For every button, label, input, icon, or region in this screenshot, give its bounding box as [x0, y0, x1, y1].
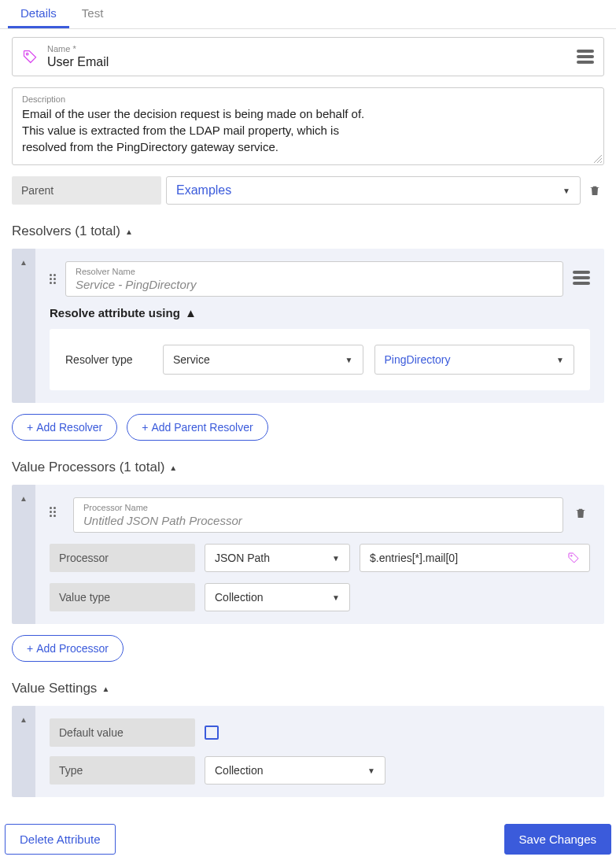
plus-icon: + [27, 642, 33, 655]
collapse-up-icon: ▲ [185, 306, 197, 319]
svg-point-1 [571, 556, 573, 557]
resolver-type-value: Service [173, 353, 210, 366]
drag-grip-icon[interactable] [50, 274, 57, 284]
value-settings-title: Value Settings [12, 681, 97, 696]
resolver-config: Resolver type Service ▼ PingDirectory ▼ [50, 329, 590, 390]
value-type-select[interactable]: Collection ▼ [205, 583, 350, 611]
plus-icon: + [142, 421, 148, 434]
svg-point-0 [26, 53, 28, 55]
parent-row: Parent Examples ▼ [12, 176, 604, 205]
collapse-up-icon: ▲ [125, 227, 133, 236]
delete-processor-icon[interactable] [571, 507, 590, 519]
processor-label: Processor [50, 544, 195, 572]
default-value-label: Default value [50, 718, 195, 747]
parent-select[interactable]: Examples ▼ [166, 176, 581, 205]
value-processors-title: Value Processors (1 total) [12, 460, 164, 475]
caret-down-icon: ▼ [332, 554, 340, 563]
name-menu-icon[interactable] [577, 50, 594, 64]
tab-test[interactable]: Test [69, 0, 116, 28]
resolvers-header[interactable]: Resolvers (1 total) ▲ [12, 223, 604, 239]
resolver-menu-icon[interactable] [573, 271, 590, 285]
value-type-label: Value type [50, 583, 195, 611]
description-field[interactable]: Description Email of the user the decisi… [12, 87, 604, 165]
resolver-name-label: Resolver Name [76, 267, 553, 276]
add-processor-button[interactable]: +Add Processor [12, 635, 124, 662]
processor-name-label: Processor Name [83, 503, 553, 512]
add-processor-label: Add Processor [36, 642, 109, 655]
resolver-panel: ▲ Resolver Name Service - PingDirectory … [12, 249, 604, 403]
tabs-bar: Details Test [0, 0, 616, 29]
collapse-bar[interactable]: ▲ [12, 485, 35, 624]
resolver-type-select[interactable]: Service ▼ [163, 345, 363, 375]
processor-name-value: Untitled JSON Path Processor [83, 514, 553, 527]
add-parent-resolver-button[interactable]: +Add Parent Resolver [127, 414, 267, 441]
add-parent-resolver-label: Add Parent Resolver [151, 421, 253, 434]
footer-bar: Delete Attribute Save Changes [0, 816, 616, 862]
collapse-bar[interactable]: ▲ [12, 249, 35, 403]
resolve-using-label: Resolve attribute using [50, 306, 180, 319]
processor-panel: ▲ Processor Name Untitled JSON Path Proc… [12, 485, 604, 624]
value-settings-header[interactable]: Value Settings ▲ [12, 681, 604, 696]
resize-grip-icon[interactable] [594, 155, 602, 163]
resolver-name-value: Service - PingDirectory [76, 278, 553, 291]
default-value-checkbox[interactable] [205, 726, 219, 740]
value-type-value: Collection [215, 591, 263, 604]
processor-expression-value: $.entries[*].mail[0] [370, 552, 458, 564]
processor-name-field[interactable]: Processor Name Untitled JSON Path Proces… [73, 497, 563, 533]
plus-icon: + [27, 421, 33, 434]
name-label: Name * [47, 44, 577, 54]
caret-down-icon: ▼ [563, 186, 570, 195]
tag-icon[interactable] [567, 552, 580, 564]
name-field-container: Name * User Email [12, 37, 604, 76]
caret-down-icon: ▼ [345, 356, 353, 364]
name-input[interactable]: User Email [47, 55, 577, 69]
caret-down-icon: ▼ [367, 766, 375, 775]
processor-type-value: JSON Path [215, 552, 270, 564]
collapse-up-icon: ▲ [169, 463, 177, 472]
vs-type-value: Collection [215, 764, 263, 777]
processor-type-select[interactable]: JSON Path ▼ [205, 544, 350, 572]
collapse-up-icon: ▲ [101, 685, 109, 693]
value-processors-header[interactable]: Value Processors (1 total) ▲ [12, 460, 604, 475]
processor-expression-input[interactable]: $.entries[*].mail[0] [360, 544, 590, 572]
add-resolver-button[interactable]: +Add Resolver [12, 414, 117, 441]
collapse-bar[interactable]: ▲ [12, 706, 35, 797]
resolve-using-header[interactable]: Resolve attribute using ▲ [50, 306, 590, 319]
caret-down-icon: ▼ [332, 593, 340, 602]
description-text[interactable]: Email of the user the decision request i… [22, 105, 594, 155]
parent-label: Parent [12, 176, 161, 205]
resolver-name-field[interactable]: Resolver Name Service - PingDirectory [65, 261, 563, 297]
delete-attribute-button[interactable]: Delete Attribute [5, 824, 116, 855]
vs-type-select[interactable]: Collection ▼ [205, 756, 385, 785]
vs-type-label: Type [50, 756, 195, 785]
tag-icon [22, 49, 38, 65]
save-changes-button[interactable]: Save Changes [504, 824, 611, 855]
drag-grip-icon[interactable] [50, 507, 57, 517]
tab-details[interactable]: Details [8, 0, 69, 28]
description-label: Description [22, 94, 594, 104]
add-resolver-label: Add Resolver [36, 421, 102, 434]
resolvers-title: Resolvers (1 total) [12, 223, 120, 239]
value-settings-panel: ▲ Default value Type Collection ▼ [12, 706, 604, 797]
resolver-type-label: Resolver type [65, 353, 152, 366]
caret-down-icon: ▼ [556, 356, 564, 364]
resolver-service-value: PingDirectory [385, 353, 451, 366]
resolver-service-select[interactable]: PingDirectory ▼ [374, 345, 575, 375]
delete-parent-icon[interactable] [585, 176, 604, 205]
parent-value: Examples [176, 183, 231, 198]
